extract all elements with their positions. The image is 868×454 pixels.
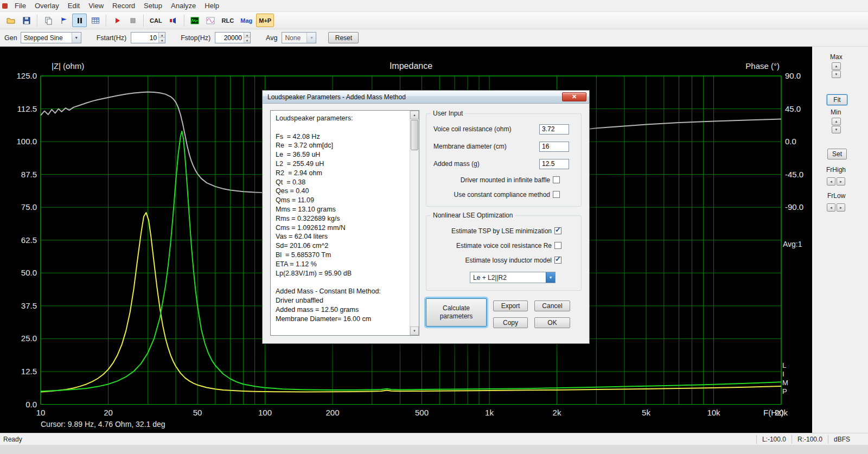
axis-tick-label: 75.0 [21, 202, 37, 212]
pause-button[interactable] [72, 14, 87, 27]
table-button[interactable] [88, 14, 103, 27]
estimate-re-checkbox[interactable] [554, 242, 561, 249]
fstart-label: Fstart(Hz) [97, 34, 127, 42]
fit-label: Fit [833, 96, 840, 104]
chevron-down-icon[interactable]: ▼ [72, 33, 81, 43]
set-button[interactable]: Set [827, 149, 847, 159]
axis-tick-label: 200 [326, 408, 339, 417]
fstop-down-button[interactable]: ▼ [244, 37, 250, 43]
gen-select[interactable]: Stepped Sine ▼ [21, 32, 81, 43]
menu-record[interactable]: Record [108, 2, 139, 10]
menu-view[interactable]: View [84, 2, 108, 10]
reset-button[interactable]: Reset [328, 32, 359, 43]
stop-icon [129, 16, 137, 25]
app-icon [2, 3, 8, 9]
axis-tick-label: 100 [258, 408, 272, 417]
fstop-up-button[interactable]: ▲ [244, 33, 250, 37]
signal-generator-button[interactable] [188, 14, 202, 27]
fstart-input[interactable] [131, 33, 158, 43]
fstop-spinbox[interactable]: ▲ ▼ [215, 32, 251, 43]
constant-compliance-checkbox[interactable] [553, 191, 560, 198]
user-input-group: User Input Voice coil resistance (ohm) M… [426, 113, 582, 207]
save-button[interactable] [19, 14, 34, 27]
parameters-results-panel: Loudspeaker parameters: Fs = 42.08 Hz Re… [270, 110, 419, 336]
menu-overlay[interactable]: Overlay [30, 2, 63, 10]
membrane-diameter-field[interactable] [539, 142, 569, 152]
main-toolbar: CAL RLC Mag M+P [0, 12, 868, 29]
added-mass-field[interactable] [539, 159, 569, 169]
fstart-down-button[interactable]: ▼ [159, 37, 165, 43]
dialog-titlebar[interactable]: Loudspeaker Parameters - Added Mass Meth… [263, 91, 589, 104]
infinite-baffle-checkbox[interactable] [553, 176, 560, 183]
mag-button[interactable]: Mag [238, 14, 255, 27]
calculate-parameters-button[interactable]: Calculate parameters [426, 298, 487, 327]
status-message: Ready [0, 436, 756, 443]
fstart-spinbox[interactable]: ▲ ▼ [131, 32, 165, 43]
lse-legend: Nonlinear LSE Optimization [431, 212, 515, 219]
mag-phase-label: M+P [257, 17, 273, 24]
frhigh-right-button[interactable]: ► [837, 177, 845, 186]
axis-tick-label: 87.5 [21, 170, 37, 179]
estimate-tsp-checkbox[interactable] [554, 227, 561, 234]
fstop-input[interactable] [215, 33, 244, 43]
min-label: Min [831, 108, 841, 116]
close-button[interactable]: ✕ [562, 92, 586, 101]
scroll-down-icon[interactable]: ▼ [410, 327, 419, 335]
menu-setup[interactable]: Setup [139, 2, 167, 10]
voice-coil-resistance-field[interactable] [539, 124, 569, 135]
estimate-tsp-label: Estimate TSP by LSE minimization [451, 227, 552, 235]
play-button[interactable] [110, 14, 124, 27]
status-bar: Ready L:-100.0 R:-100.0 dBFS [0, 433, 868, 445]
lossy-inductor-label: Estimate lossy inductor model [465, 257, 552, 264]
scroll-up-icon[interactable]: ▲ [410, 111, 419, 119]
stop-button[interactable] [125, 14, 140, 27]
axis-tick-label: 112.5 [17, 104, 37, 113]
fstart-up-button[interactable]: ▲ [159, 33, 165, 37]
menu-edit[interactable]: Edit [63, 2, 84, 10]
frhigh-label: FrHigh [826, 166, 846, 174]
rlc-button[interactable]: RLC [219, 14, 237, 27]
frhigh-left-button[interactable]: ◄ [827, 177, 835, 186]
copy-button[interactable] [41, 14, 55, 27]
copy-button-dialog[interactable]: Copy [493, 317, 528, 328]
cancel-button[interactable]: Cancel [534, 300, 570, 311]
menu-file[interactable]: File [10, 2, 30, 10]
frlow-left-button[interactable]: ◄ [827, 203, 835, 212]
cal-button[interactable]: CAL [147, 14, 165, 27]
fit-button[interactable]: Fit [827, 94, 847, 105]
scrollbar-thumb[interactable] [411, 120, 418, 150]
open-button[interactable] [3, 14, 18, 27]
ok-button[interactable]: OK [534, 317, 570, 328]
export-button[interactable]: Export [493, 300, 528, 311]
marker-button[interactable] [56, 14, 71, 27]
limp-watermark: L [782, 361, 786, 369]
inductor-model-select[interactable]: Le + L2||R2 ▼ [470, 272, 556, 283]
membrane-diameter-row: Membrane diameter (cm) [426, 138, 581, 155]
spectrum-button[interactable] [203, 14, 218, 27]
menu-help[interactable]: Help [200, 2, 224, 10]
mag-phase-button[interactable]: M+P [256, 14, 274, 27]
axis-tick-label: 100.0 [16, 137, 37, 146]
rlc-label: RLC [220, 17, 237, 24]
gen-label: Gen [4, 34, 17, 42]
window-bottom-edge [0, 445, 868, 454]
copy-label: Copy [503, 319, 518, 327]
results-scrollbar[interactable]: ▲ ▼ [410, 111, 419, 335]
axis-tick-label: 50 [193, 408, 202, 417]
flag-icon [60, 16, 68, 25]
avg-select[interactable]: None ▼ [282, 32, 316, 43]
lse-optimization-group: Nonlinear LSE Optimization Estimate TSP … [426, 215, 582, 291]
min-down-button[interactable]: ▼ [832, 126, 841, 133]
calibrate-device-button[interactable] [166, 14, 181, 27]
scale-panel: Max ▲ ▼ Fit Min ▲ ▼ Set FrHigh ◄ ► FrLow… [812, 47, 868, 433]
max-down-button[interactable]: ▼ [832, 71, 841, 78]
menu-analyze[interactable]: Analyze [167, 2, 200, 10]
right-level: R:-100.0 [792, 435, 828, 444]
min-up-button[interactable]: ▲ [832, 118, 841, 125]
chevron-down-icon[interactable]: ▼ [546, 272, 555, 283]
set-label: Set [832, 150, 842, 158]
lossy-inductor-checkbox[interactable] [554, 257, 561, 264]
close-icon: ✕ [572, 93, 577, 100]
frlow-right-button[interactable]: ► [837, 203, 845, 212]
max-up-button[interactable]: ▲ [832, 62, 841, 70]
